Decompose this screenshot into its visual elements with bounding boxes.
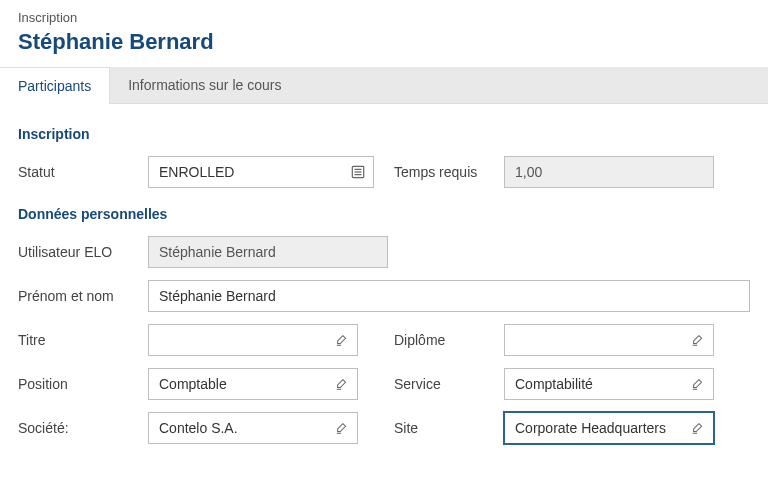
company-input[interactable] [148, 412, 358, 444]
site-input[interactable] [504, 412, 714, 444]
list-picker-icon[interactable] [350, 164, 366, 180]
tab-participants[interactable]: Participants [0, 67, 110, 104]
section-personal: Données personnelles [18, 206, 750, 222]
position-input[interactable] [148, 368, 358, 400]
pencil-icon[interactable] [334, 376, 350, 392]
full-name-input[interactable] [148, 280, 750, 312]
pencil-icon[interactable] [690, 376, 706, 392]
page-kicker: Inscription [18, 10, 750, 25]
status-input[interactable] [148, 156, 374, 188]
label-company: Société: [18, 420, 148, 436]
label-time-required: Temps requis [394, 164, 504, 180]
service-input[interactable] [504, 368, 714, 400]
pencil-icon[interactable] [334, 332, 350, 348]
title-input[interactable] [148, 324, 358, 356]
pencil-icon[interactable] [690, 332, 706, 348]
tab-bar: Participants Informations sur le cours [0, 67, 768, 104]
label-site: Site [394, 420, 504, 436]
time-required-input [504, 156, 714, 188]
page-header: Inscription Stéphanie Bernard [0, 0, 768, 67]
pencil-icon[interactable] [690, 420, 706, 436]
section-inscription: Inscription [18, 126, 750, 142]
label-diploma: Diplôme [394, 332, 504, 348]
label-service: Service [394, 376, 504, 392]
content-area: Inscription Statut Temps requis Données … [0, 104, 768, 474]
label-title: Titre [18, 332, 148, 348]
pencil-icon[interactable] [334, 420, 350, 436]
label-elo-user: Utilisateur ELO [18, 244, 148, 260]
label-status: Statut [18, 164, 148, 180]
elo-user-input [148, 236, 388, 268]
label-position: Position [18, 376, 148, 392]
page-title: Stéphanie Bernard [18, 29, 750, 55]
tab-course-info[interactable]: Informations sur le cours [110, 67, 299, 103]
label-full-name: Prénom et nom [18, 288, 148, 304]
diploma-input[interactable] [504, 324, 714, 356]
